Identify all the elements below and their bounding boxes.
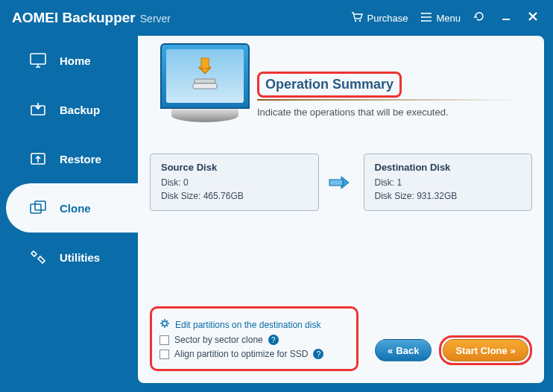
svg-rect-13 xyxy=(329,180,343,186)
source-disk-size: Disk Size: 465.76GB xyxy=(161,189,308,203)
sidebar-item-backup[interactable]: Backup xyxy=(0,85,138,134)
purchase-link[interactable]: Purchase xyxy=(351,12,408,25)
svg-rect-10 xyxy=(195,79,215,83)
summary-header: Operation Summary Indicate the operation… xyxy=(257,72,529,118)
gear-icon xyxy=(159,318,170,331)
svg-rect-12 xyxy=(201,58,209,69)
close-button[interactable] xyxy=(525,10,541,26)
start-clone-button[interactable]: Start Clone » xyxy=(443,339,528,361)
button-row: « Back Start Clone » xyxy=(375,335,532,365)
sidebar: Home Backup Restore Clone Utilities xyxy=(0,36,138,392)
page-title: Operation Summary xyxy=(265,77,394,92)
svg-point-14 xyxy=(162,321,167,326)
menu-icon xyxy=(421,13,432,24)
destination-disk-size: Disk Size: 931.32GB xyxy=(375,189,522,203)
close-icon xyxy=(528,11,538,25)
help-icon[interactable]: ? xyxy=(313,349,323,359)
checkbox-icon xyxy=(159,335,169,345)
svg-point-0 xyxy=(354,19,356,21)
download-arrow-icon xyxy=(189,57,221,95)
align-ssd-label: Align partition to optimize for SSD xyxy=(174,349,308,359)
destination-disk-id: Disk: 1 xyxy=(375,176,522,189)
restore-icon xyxy=(28,150,49,168)
hero-graphic xyxy=(153,43,257,140)
destination-disk-heading: Destination Disk xyxy=(375,162,522,173)
cart-icon xyxy=(351,12,363,25)
summary-title-highlight: Operation Summary xyxy=(257,72,402,98)
start-clone-label: Start Clone xyxy=(455,345,507,356)
back-button[interactable]: « Back xyxy=(375,339,432,361)
minimize-button[interactable] xyxy=(498,10,514,26)
brand: AOMEI Backupper Server xyxy=(12,10,171,26)
svg-point-1 xyxy=(358,19,360,21)
header-bar: AOMEI Backupper Server Purchase Menu xyxy=(0,0,553,36)
sidebar-item-label: Home xyxy=(60,54,91,67)
minimize-icon xyxy=(501,11,511,25)
destination-disk-box[interactable]: Destination Disk Disk: 1 Disk Size: 931.… xyxy=(364,154,533,211)
start-clone-highlight: Start Clone » xyxy=(439,335,532,365)
svg-rect-11 xyxy=(193,83,217,89)
help-icon[interactable]: ? xyxy=(268,335,279,345)
chevron-left-icon: « xyxy=(388,345,393,356)
checkbox-icon xyxy=(159,350,169,359)
refresh-icon xyxy=(473,10,485,25)
align-ssd-checkbox[interactable]: Align partition to optimize for SSD ? xyxy=(159,349,349,359)
svg-rect-9 xyxy=(35,201,45,210)
home-icon xyxy=(28,51,49,69)
arrow-icon xyxy=(326,174,356,192)
title-underline xyxy=(257,99,518,101)
edit-partitions-link[interactable]: Edit partitions on the destination disk xyxy=(159,318,349,331)
svg-rect-5 xyxy=(31,54,45,64)
brand-main: AOMEI Backupper xyxy=(12,10,136,26)
main-panel: Operation Summary Indicate the operation… xyxy=(138,36,544,383)
options-highlight: Edit partitions on the destination disk … xyxy=(150,306,358,371)
edit-partitions-label: Edit partitions on the destination disk xyxy=(175,320,320,330)
sidebar-item-clone[interactable]: Clone xyxy=(6,183,138,233)
brand-sub: Server xyxy=(140,13,171,25)
svg-point-2 xyxy=(421,13,423,14)
sidebar-item-utilities[interactable]: Utilities xyxy=(0,233,138,282)
backup-icon xyxy=(28,101,49,118)
app-window: AOMEI Backupper Server Purchase Menu xyxy=(0,0,553,392)
page-subtitle: Indicate the operations that will be exe… xyxy=(257,107,529,118)
source-disk-box[interactable]: Source Disk Disk: 0 Disk Size: 465.76GB xyxy=(150,154,319,211)
source-disk-id: Disk: 0 xyxy=(161,176,308,189)
utilities-icon xyxy=(28,248,49,266)
sector-clone-label: Sector by sector clone xyxy=(174,335,263,345)
sidebar-item-label: Utilities xyxy=(60,251,100,264)
svg-point-4 xyxy=(421,20,423,22)
menu-button[interactable]: Menu xyxy=(421,13,461,24)
purchase-label: Purchase xyxy=(367,13,408,24)
source-disk-heading: Source Disk xyxy=(161,162,308,173)
sidebar-item-label: Clone xyxy=(60,202,91,215)
clone-icon xyxy=(28,199,49,217)
sector-clone-checkbox[interactable]: Sector by sector clone ? xyxy=(159,335,349,345)
sidebar-item-label: Backup xyxy=(60,104,100,116)
sidebar-item-restore[interactable]: Restore xyxy=(0,134,138,183)
disk-row: Source Disk Disk: 0 Disk Size: 465.76GB … xyxy=(150,154,532,211)
sidebar-item-home[interactable]: Home xyxy=(0,36,138,85)
menu-label: Menu xyxy=(436,13,461,24)
svg-point-3 xyxy=(421,16,423,18)
refresh-button[interactable] xyxy=(471,10,487,26)
chevron-right-icon: » xyxy=(511,345,516,356)
sidebar-item-label: Restore xyxy=(60,153,101,165)
svg-rect-8 xyxy=(31,204,41,213)
back-label: Back xyxy=(396,345,419,356)
